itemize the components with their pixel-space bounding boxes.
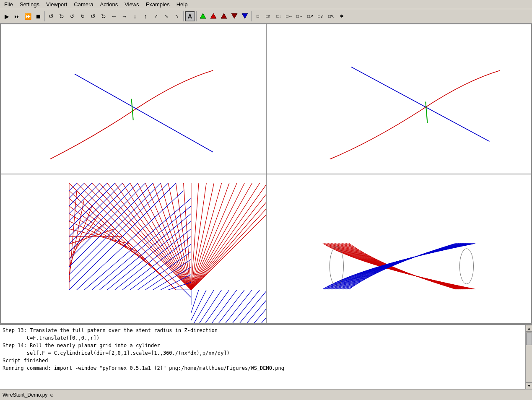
svg-line-5 (132, 99, 133, 120)
arrow-right-button[interactable]: → (119, 11, 130, 21)
status-icon: ☺ (49, 392, 54, 398)
svg-line-33 (161, 183, 191, 290)
rotate-left-button[interactable]: ↺ (67, 11, 77, 21)
svg-line-6 (426, 102, 427, 123)
viewport-svg-1 (1, 24, 266, 174)
shape-darkred2-button[interactable] (229, 11, 239, 21)
shape-darkred-button[interactable] (219, 11, 229, 21)
console-area: Step 13: Translate the full patern over … (0, 324, 532, 389)
svg-line-44 (191, 183, 244, 290)
zoom-out-button[interactable]: ⤡ (161, 11, 171, 21)
statusbar: WireStent_Demo.py ☺ (0, 389, 532, 400)
rotate-right-button[interactable]: ↻ (78, 11, 88, 21)
svg-line-41 (191, 183, 222, 290)
svg-line-89 (191, 290, 252, 323)
svg-marker-3 (231, 13, 237, 18)
viewport-svg-3 (1, 174, 266, 324)
toolbar-divider-2 (183, 11, 184, 21)
arrow-up-button[interactable]: ↑ (140, 11, 151, 21)
view-btn9[interactable]: ✱ (337, 11, 347, 21)
arrow-down-button[interactable]: ↓ (130, 11, 140, 21)
scroll-track[interactable] (526, 332, 532, 382)
menu-viewport[interactable]: Viewport (43, 0, 70, 8)
stop-button[interactable]: ⏹ (33, 11, 43, 21)
fast-forward-button[interactable]: ⏩ (23, 11, 33, 21)
rotate-down-button[interactable]: ↻ (99, 11, 109, 21)
svg-line-39 (191, 183, 206, 290)
shape-green-button[interactable] (198, 11, 208, 21)
rotate-up-button[interactable]: ↺ (88, 11, 98, 21)
scroll-up-button[interactable]: ▲ (526, 325, 532, 332)
console-scrollbar: ▲ ▼ (525, 325, 532, 389)
svg-point-96 (330, 246, 343, 286)
svg-line-75 (145, 259, 191, 290)
menu-settings[interactable]: Settings (16, 0, 43, 8)
svg-line-46 (191, 183, 260, 290)
viewport-top-left[interactable] (1, 24, 266, 174)
svg-line-38 (191, 183, 199, 290)
font-button[interactable]: A (185, 11, 195, 21)
svg-marker-2 (221, 13, 227, 18)
viewport-top-right[interactable] (267, 24, 532, 174)
svg-line-43 (191, 183, 237, 290)
svg-line-82 (191, 290, 199, 313)
console-output[interactable]: Step 13: Translate the full patern over … (0, 325, 525, 389)
view-btn8[interactable]: □↖ (326, 11, 336, 21)
svg-line-80 (184, 290, 191, 297)
svg-line-30 (138, 183, 191, 290)
svg-point-97 (459, 248, 473, 283)
svg-line-67 (84, 198, 191, 290)
shape-blue-button[interactable] (240, 11, 250, 21)
viewport-bottom-left[interactable] (1, 174, 266, 324)
menu-camera[interactable]: Camera (70, 0, 96, 8)
viewport-area (0, 23, 532, 324)
viewport-svg-4 (267, 174, 532, 324)
viewport-bottom-right[interactable] (267, 174, 532, 324)
view-btn6[interactable]: □↗ (305, 11, 315, 21)
svg-line-45 (191, 183, 252, 290)
zoom-fit-button[interactable]: ⤢ (151, 11, 161, 21)
status-filename: WireStent_Demo.py (3, 392, 47, 398)
menu-help[interactable]: Help (173, 0, 191, 8)
zoom-in-button[interactable]: ⤣ (172, 11, 182, 21)
play-button[interactable]: ▶ (2, 11, 12, 21)
svg-marker-4 (242, 13, 248, 18)
menu-actions[interactable]: Actions (97, 0, 122, 8)
menu-examples[interactable]: Examples (143, 0, 173, 8)
view-btn5[interactable]: □→ (295, 11, 305, 21)
svg-line-35 (176, 183, 191, 290)
svg-marker-0 (200, 13, 206, 18)
viewport-svg-2 (267, 24, 532, 174)
svg-line-32 (153, 183, 191, 290)
arrow-left-button[interactable]: ← (109, 11, 119, 21)
rotate-ccw-button[interactable]: ↺ (46, 11, 56, 21)
view-btn3[interactable]: □↓ (274, 11, 284, 21)
menubar: File Settings Viewport Camera Actions Vi… (0, 0, 532, 9)
svg-marker-1 (210, 13, 216, 18)
toolbar-divider-4 (251, 11, 252, 21)
menu-views[interactable]: Views (121, 0, 142, 8)
menu-file[interactable]: File (1, 0, 16, 8)
scroll-thumb[interactable] (526, 332, 532, 345)
svg-line-72 (122, 236, 191, 289)
rotate-cw-button[interactable]: ↻ (57, 11, 67, 21)
svg-line-28 (122, 183, 191, 290)
toolbar: ▶ ⏭ ⏩ ⏹ ↺ ↻ ↺ ↻ ↺ ↻ ← → ↓ ↑ ⤢ ⤡ ⤣ A □ □↑… (0, 9, 532, 23)
view-btn4[interactable]: □← (284, 11, 294, 21)
shape-red-button[interactable] (208, 11, 218, 21)
view-btn2[interactable]: □↑ (263, 11, 273, 21)
toolbar-divider-1 (44, 11, 45, 21)
view-btn1[interactable]: □ (253, 11, 263, 21)
scroll-down-button[interactable]: ▼ (526, 382, 532, 389)
toolbar-divider-3 (196, 11, 197, 21)
view-btn7[interactable]: □↙ (316, 11, 326, 21)
svg-line-42 (191, 183, 229, 290)
step-forward-button[interactable]: ⏭ (12, 11, 22, 21)
